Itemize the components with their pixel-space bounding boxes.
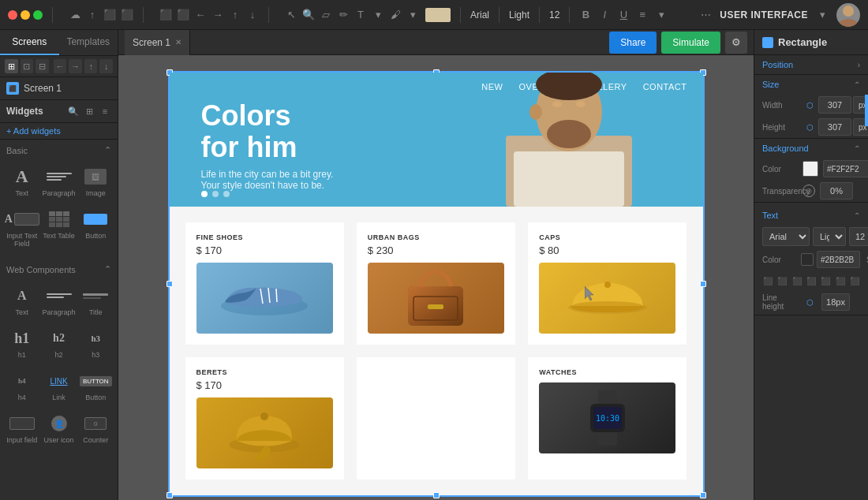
- bold-icon[interactable]: B: [579, 9, 592, 21]
- height-input[interactable]: [818, 118, 851, 136]
- size-header[interactable]: Size ⌃: [754, 75, 868, 94]
- bg-color-box[interactable]: [803, 161, 818, 177]
- cursor-icon[interactable]: ↖: [285, 9, 297, 21]
- guide-icon[interactable]: ⬛: [177, 9, 189, 21]
- handle-bl[interactable]: [166, 492, 173, 498]
- align-center-btn[interactable]: ⬛: [776, 273, 788, 289]
- basic-section-header[interactable]: Basic ⌃: [0, 143, 118, 158]
- widget-paragraph[interactable]: Paragraph: [40, 161, 77, 202]
- user-avatar[interactable]: [836, 3, 860, 27]
- widget-search-icon[interactable]: 🔍: [67, 105, 80, 118]
- widget-wtitle[interactable]: Title: [79, 280, 113, 321]
- widget-counter[interactable]: 0 Counter: [79, 408, 113, 449]
- panel-icon-1[interactable]: ⊞: [5, 59, 18, 73]
- zoom-icon[interactable]: 🔍: [302, 9, 315, 21]
- panel-icon-6[interactable]: ↑: [84, 59, 98, 73]
- text-color-box[interactable]: [801, 253, 814, 266]
- screen-item[interactable]: ⬛ Screen 1: [0, 77, 118, 99]
- widget-list-icon[interactable]: ≡: [99, 105, 111, 118]
- widget-grid-icon[interactable]: ⊞: [83, 105, 95, 118]
- share-button[interactable]: Share: [609, 32, 657, 54]
- align-none-btn[interactable]: ⬛: [834, 273, 845, 289]
- traffic-yellow[interactable]: [21, 10, 30, 20]
- widget-wparagraph[interactable]: Paragraph: [40, 280, 77, 321]
- text-icon[interactable]: T: [354, 9, 367, 21]
- dropdown-arrow-icon[interactable]: ▾: [816, 9, 829, 21]
- transparency-input[interactable]: [820, 182, 853, 200]
- canvas-frame[interactable]: NEW OVERVIEW GALLERY CONTACT Colorsfor h…: [168, 71, 705, 497]
- dot-2[interactable]: [212, 191, 219, 197]
- position-header[interactable]: Position ›: [754, 55, 868, 74]
- canvas-body[interactable]: NEW OVERVIEW GALLERY CONTACT Colorsfor h…: [118, 55, 754, 500]
- align-dropdown-icon[interactable]: ▾: [655, 9, 668, 21]
- panel-icon-5[interactable]: →: [69, 59, 82, 73]
- left-icon[interactable]: ←: [194, 9, 207, 21]
- widget-text[interactable]: A Text: [5, 161, 39, 202]
- widget-usericon[interactable]: 👤 User icon: [40, 408, 77, 449]
- font-size-input[interactable]: [849, 227, 868, 246]
- pen-icon[interactable]: ✏: [337, 9, 350, 21]
- simulate-button[interactable]: Simulate: [661, 32, 720, 54]
- font-select[interactable]: Arial Helvetica: [762, 227, 810, 246]
- widget-h1[interactable]: h1 h1: [5, 323, 39, 364]
- align-right-btn[interactable]: ⬛: [791, 273, 803, 289]
- settings-button[interactable]: ⚙: [725, 32, 747, 54]
- save-icon[interactable]: ☁: [69, 9, 81, 21]
- widget-h4[interactable]: h4 h4: [5, 365, 39, 406]
- widget-text-table[interactable]: Text Table: [40, 203, 77, 252]
- widget-button[interactable]: Button: [79, 203, 113, 252]
- widget-wbutton[interactable]: BUTTON Button: [79, 365, 113, 406]
- widget-h3[interactable]: h3 h3: [79, 323, 113, 364]
- width-input[interactable]: [818, 96, 851, 114]
- align-justify-btn[interactable]: ⬛: [806, 273, 817, 289]
- up-icon[interactable]: ↑: [229, 9, 241, 21]
- right-icon[interactable]: →: [211, 9, 224, 21]
- align-icon[interactable]: ≡: [636, 9, 649, 21]
- text-color-input[interactable]: [817, 251, 860, 268]
- tab-templates[interactable]: Templates: [59, 30, 118, 55]
- align-distributed-btn[interactable]: ⬛: [820, 273, 831, 289]
- more-icon[interactable]: ⋯: [699, 9, 712, 21]
- widget-link[interactable]: LINK Link: [40, 365, 77, 406]
- screen-icon[interactable]: ⬛: [159, 9, 172, 21]
- export-icon[interactable]: ↑: [86, 9, 99, 21]
- traffic-green[interactable]: [33, 10, 43, 20]
- widget-image[interactable]: 🖼 Image: [79, 161, 113, 202]
- panel-icon-2[interactable]: ⊡: [21, 59, 34, 73]
- widget-h2[interactable]: h2 h2: [40, 323, 77, 364]
- handle-br[interactable]: [700, 492, 706, 498]
- traffic-red[interactable]: [8, 10, 17, 20]
- handle-ml[interactable]: [166, 281, 173, 287]
- panel-icon-4[interactable]: ←: [54, 59, 67, 73]
- bg-color-input[interactable]: [823, 160, 868, 177]
- panel-icon-7[interactable]: ↓: [99, 59, 113, 73]
- handle-bc[interactable]: [433, 492, 440, 498]
- canvas-tab-screen1[interactable]: Screen 1 ✕: [125, 30, 190, 55]
- color-swatch[interactable]: [425, 8, 451, 22]
- dot-3[interactable]: [223, 191, 230, 197]
- dot-1[interactable]: [201, 191, 208, 197]
- widget-input-text[interactable]: A Input Text Field: [5, 203, 39, 252]
- text-header[interactable]: Text ⌃: [754, 206, 868, 225]
- align-extra-btn[interactable]: ⬛: [849, 273, 860, 289]
- undo-icon[interactable]: ⬛: [103, 9, 116, 21]
- dropdown-icon[interactable]: ▾: [372, 9, 384, 21]
- add-widgets-btn[interactable]: + Add widgets: [0, 123, 118, 140]
- down-icon[interactable]: ↓: [246, 9, 259, 21]
- handle-mr[interactable]: [700, 281, 706, 287]
- align-left-btn[interactable]: ⬛: [762, 273, 773, 289]
- widget-inputfield[interactable]: Input field: [5, 408, 39, 449]
- widget-wtext[interactable]: A Text: [5, 280, 39, 321]
- background-header[interactable]: Background ⌃: [754, 139, 868, 158]
- color-icon[interactable]: ▾: [406, 9, 419, 21]
- canvas-tab-close-icon[interactable]: ✕: [175, 38, 181, 47]
- font-weight-select[interactable]: Light Regular Bold: [813, 227, 846, 246]
- shape-icon[interactable]: ▱: [320, 9, 332, 21]
- italic-icon[interactable]: I: [598, 9, 611, 21]
- panel-icon-3[interactable]: ⊟: [36, 59, 49, 73]
- paint-icon[interactable]: 🖌: [389, 9, 402, 21]
- line-height-input[interactable]: [821, 293, 850, 311]
- underline-icon[interactable]: U: [617, 9, 630, 21]
- tab-screens[interactable]: Screens: [0, 30, 59, 55]
- web-section-header[interactable]: Web Components ⌃: [0, 262, 118, 277]
